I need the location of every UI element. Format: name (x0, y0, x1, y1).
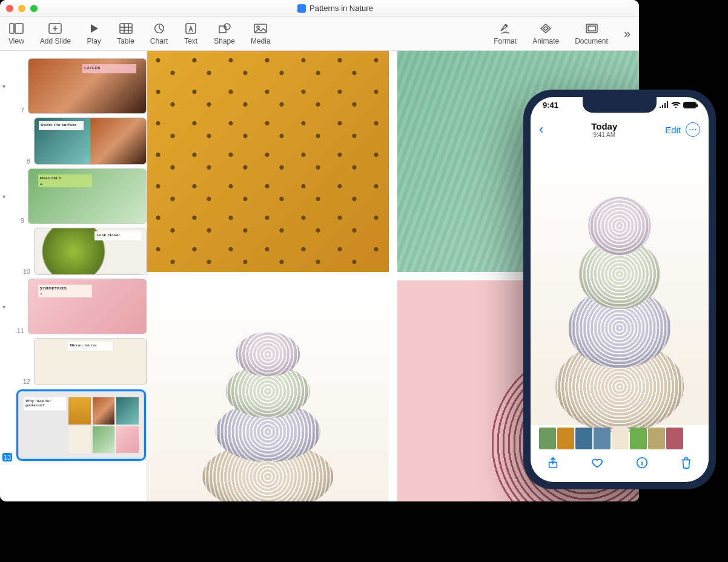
canvas-image-urchin-stack[interactable] (147, 280, 389, 501)
toolbar-animate[interactable]: Animate (532, 22, 559, 45)
slide-thumb-12[interactable]: 12 Mirror, mirror (21, 338, 147, 385)
filmstrip-thumb[interactable] (612, 428, 629, 449)
info-button[interactable] (635, 456, 649, 472)
photos-header: ‹ Today 9:41 AM Edit ⋯ (531, 117, 709, 142)
toolbar-overflow-icon[interactable]: » (624, 27, 630, 41)
more-button[interactable]: ⋯ (686, 122, 700, 137)
svg-rect-1 (15, 24, 23, 33)
svg-point-9 (257, 26, 259, 28)
iphone-screen: 9:41 ‹ Today 9:41 AM Edit ⋯ (531, 97, 709, 482)
filmstrip-thumb[interactable] (594, 428, 611, 449)
status-time: 9:41 (543, 101, 558, 110)
photos-title: Today (591, 121, 617, 131)
document-icon (297, 4, 306, 13)
toolbar-add-slide[interactable]: Add Slide (40, 22, 71, 45)
filmstrip-thumb[interactable] (666, 428, 683, 449)
toolbar-shape[interactable]: Shape (214, 22, 235, 45)
toolbar-format[interactable]: Format (494, 22, 517, 45)
slide-thumb-8[interactable]: 8 Under the surface (21, 117, 147, 165)
cellular-icon (659, 101, 669, 110)
media-icon (253, 22, 268, 35)
slide-thumb-7[interactable]: ▾ 7 LAYERS (2, 58, 147, 114)
toolbar-play[interactable]: Play (87, 22, 101, 45)
chart-icon (152, 22, 167, 35)
toolbar-table[interactable]: Table (117, 22, 134, 45)
svg-rect-0 (10, 24, 14, 33)
canvas-image-honeycomb[interactable] (147, 51, 389, 272)
chevron-down-icon[interactable]: ▾ (2, 303, 11, 310)
zoom-window-button[interactable] (30, 5, 38, 12)
traffic-lights (6, 5, 38, 12)
photos-filmstrip[interactable] (531, 428, 709, 449)
play-icon (87, 22, 101, 35)
close-window-button[interactable] (6, 5, 13, 12)
format-icon (498, 22, 512, 35)
chevron-down-icon[interactable]: ▾ (2, 193, 11, 200)
svg-rect-5 (186, 24, 196, 33)
filmstrip-thumb[interactable] (630, 428, 647, 449)
svg-point-7 (224, 24, 230, 30)
favorite-button[interactable] (591, 456, 604, 472)
toolbar-media[interactable]: Media (251, 22, 271, 45)
filmstrip-thumb[interactable] (539, 428, 556, 449)
toolbar-text[interactable]: Text (184, 22, 198, 45)
photos-current-image[interactable] (531, 143, 709, 425)
iphone-notch (583, 97, 657, 113)
iphone-device: 9:41 ‹ Today 9:41 AM Edit ⋯ (523, 90, 716, 489)
slide-thumb-9[interactable]: ▾ 9 FRACTALS▲ (2, 168, 147, 224)
toolbar-chart[interactable]: Chart (150, 22, 168, 45)
table-icon (119, 22, 133, 35)
text-icon (184, 22, 198, 35)
filmstrip-thumb[interactable] (575, 428, 592, 449)
filmstrip-thumb[interactable] (648, 428, 665, 449)
edit-button[interactable]: Edit (665, 125, 681, 135)
filmstrip-thumb[interactable] (557, 428, 574, 449)
photos-toolbar (531, 452, 709, 476)
back-button[interactable]: ‹ (539, 122, 543, 137)
minimize-window-button[interactable] (18, 5, 25, 12)
photos-subtitle: 9:41 AM (591, 131, 617, 138)
toolbar-document[interactable]: Document (575, 22, 608, 45)
document-toolbutton-icon (584, 22, 599, 35)
view-icon (9, 22, 24, 35)
slide-thumb-11[interactable]: ▾ 11 SYMMETRIES✳ (2, 279, 147, 334)
svg-rect-6 (219, 26, 226, 33)
shape-icon (217, 22, 232, 35)
slide-navigator[interactable]: ▾ 7 LAYERS 8 Under the surface ▾ 9 FRACT… (0, 51, 147, 501)
wifi-icon (671, 101, 681, 110)
svg-rect-11 (588, 26, 595, 31)
slide-thumb-10[interactable]: 10 Look closer (21, 228, 147, 275)
add-slide-icon (48, 22, 62, 35)
svg-rect-3 (120, 24, 132, 33)
toolbar-view[interactable]: View (8, 22, 24, 45)
titlebar: Patterns in Nature (0, 0, 639, 17)
toolbar: View Add Slide Play Table Chart Text S (0, 17, 639, 51)
document-title: Patterns in Nature (309, 4, 373, 13)
animate-icon (538, 22, 553, 35)
share-button[interactable] (546, 456, 560, 472)
trash-button[interactable] (680, 456, 693, 472)
slide-thumb-13[interactable]: 13 Why look for patterns? (2, 389, 147, 461)
battery-icon (683, 102, 697, 108)
chevron-down-icon[interactable]: ▾ (2, 83, 11, 90)
